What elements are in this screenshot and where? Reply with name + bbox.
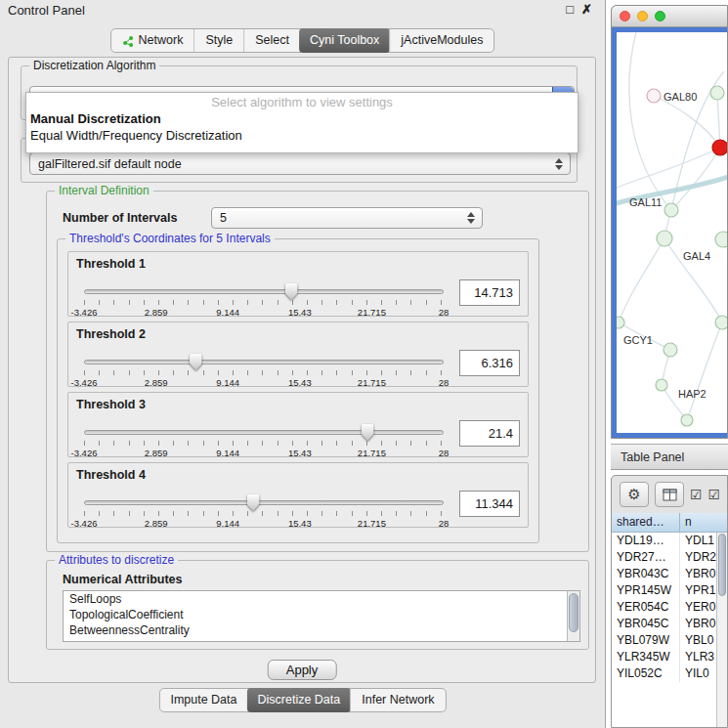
slider-thumb[interactable] <box>247 494 260 511</box>
slider-ticks <box>84 511 444 516</box>
tab-impute-data[interactable]: Impute Data <box>159 689 247 711</box>
tab-label: Select <box>255 29 289 52</box>
algorithm-dropdown-list: Select algorithm to view settings Manual… <box>25 92 578 153</box>
selected-node[interactable] <box>712 140 727 155</box>
scrollbar-thumb[interactable] <box>718 534 726 596</box>
threshold-slider[interactable]: -3.4262.8599.14415.4321.71528 <box>78 281 450 317</box>
gear-icon: ⚙ <box>627 486 640 503</box>
threshold-value-box[interactable]: 11.344 <box>459 491 520 517</box>
tab-network[interactable]: Network <box>111 29 194 52</box>
tab-infer-network[interactable]: Infer Network <box>350 689 445 711</box>
slider-track[interactable] <box>84 289 444 294</box>
chevron-up-icon <box>555 158 563 163</box>
dropdown-option-manual[interactable]: Manual Discretization <box>26 110 578 127</box>
scrollbar-thumb[interactable] <box>569 593 578 632</box>
tab-label: Discretize Data <box>258 688 341 712</box>
slider-track[interactable] <box>84 500 444 505</box>
network-canvas[interactable]: GAL80 GAL11 GAL4 GCY1 HAP2 <box>617 32 727 433</box>
table-panel-title: Table Panel <box>621 450 684 464</box>
tab-cyni-toolbox[interactable]: Cyni Toolbox <box>299 28 390 53</box>
slider-thumb[interactable] <box>285 283 298 300</box>
threshold-label: Threshold 1 <box>76 257 146 271</box>
select-all-icon[interactable]: ☑ <box>690 487 703 502</box>
table-row[interactable]: YLR345WYLR3 <box>612 649 727 665</box>
slider-scale-label: 15.43 <box>288 377 312 388</box>
tab-label: Network <box>139 29 184 52</box>
number-of-intervals-combo[interactable]: 5 <box>211 207 483 229</box>
node[interactable] <box>657 231 672 246</box>
top-tabbar: Network Style Select Cyni Toolbox jActiv… <box>110 28 495 53</box>
zoom-traffic-light-icon[interactable] <box>655 11 665 21</box>
columns-button[interactable] <box>655 482 684 507</box>
slider-scale-label: 15.43 <box>288 307 312 318</box>
threshold-value-box[interactable]: 14.713 <box>459 279 520 306</box>
table-panel-window: ⚙ ☑ ☑ shared… n YDL19…YDL1YDR27…YDR2YBR0… <box>611 475 728 728</box>
attribute-list-item[interactable]: SelfLoops <box>64 591 579 607</box>
threshold-slider[interactable]: -3.4262.8599.14415.4321.71528 <box>78 492 450 528</box>
column-header-shared-name[interactable]: shared… <box>612 513 680 532</box>
close-traffic-light-icon[interactable] <box>620 11 630 21</box>
slider-track[interactable] <box>84 360 444 364</box>
table-row[interactable]: YDR27…YDR2 <box>612 549 727 566</box>
table-scrollbar[interactable] <box>716 533 727 727</box>
threshold-value-box[interactable]: 6.316 <box>459 350 520 376</box>
chevron-up-icon <box>467 212 475 217</box>
table-row[interactable]: YER054CYER0 <box>612 599 727 616</box>
chevron-down-icon <box>467 219 475 224</box>
column-header-name[interactable]: n <box>680 513 727 532</box>
control-panel-titlebar: Control Panel □ ✗ <box>0 0 605 20</box>
close-icon[interactable]: ✗ <box>581 2 592 17</box>
threshold-slider[interactable]: -3.4262.8599.14415.4321.71528 <box>78 422 450 457</box>
table-data-combo[interactable]: galFiltered.sif default node <box>29 152 571 175</box>
node[interactable] <box>715 316 727 329</box>
slider-scale-label: 21.715 <box>358 518 386 529</box>
numerical-attributes-list[interactable]: SelfLoopsTopologicalCoefficientBetweenne… <box>63 590 580 642</box>
tab-style[interactable]: Style <box>193 29 243 52</box>
node-label-gcy1: GCY1 <box>623 334 653 346</box>
node[interactable] <box>664 343 677 357</box>
slider-scale-label: 28 <box>439 377 450 388</box>
table-row[interactable]: YBR045CYBR0 <box>612 616 727 632</box>
minimize-traffic-light-icon[interactable] <box>637 11 648 21</box>
slider-thumb[interactable] <box>362 424 374 441</box>
apply-button[interactable]: Apply <box>268 660 337 680</box>
node[interactable] <box>681 414 693 426</box>
slider-ticks <box>84 300 444 305</box>
settings-gear-button[interactable]: ⚙ <box>620 482 649 507</box>
slider-track[interactable] <box>84 430 444 435</box>
dropdown-option-equal-width[interactable]: Equal Width/Frequency Discretization <box>26 127 578 144</box>
table-row[interactable]: YBR043CYBR0 <box>612 566 727 582</box>
table-cell: YDL19… <box>612 533 680 549</box>
attribute-list-item[interactable]: TopologicalCoefficient <box>64 607 579 622</box>
tab-select[interactable]: Select <box>243 29 300 52</box>
node[interactable] <box>656 379 667 391</box>
node[interactable] <box>617 317 624 328</box>
table-row[interactable]: YIL052CYIL0 <box>612 665 727 682</box>
threshold-value-box[interactable]: 21.4 <box>459 420 520 447</box>
table-cell: YBR045C <box>612 616 680 632</box>
table-row[interactable]: YPR145WYPR1 <box>612 582 727 599</box>
slider-scale-label: 21.715 <box>358 307 386 318</box>
control-panel-window: Control Panel □ ✗ Network Style Select C… <box>0 0 606 728</box>
node[interactable] <box>710 86 724 100</box>
table-cell: YER054C <box>612 599 680 616</box>
tab-jactivemodules[interactable]: jActiveModules <box>389 29 493 52</box>
slider-scale-label: -3.426 <box>71 377 98 388</box>
tab-discretize-data[interactable]: Discretize Data <box>247 688 352 712</box>
slider-thumb[interactable] <box>190 354 202 370</box>
float-window-icon[interactable]: □ <box>566 2 574 17</box>
node[interactable] <box>664 203 678 217</box>
attributes-scrollbar[interactable] <box>567 591 579 641</box>
node-label-gal80: GAL80 <box>664 91 697 103</box>
table-row[interactable]: YBL079WYBL0 <box>612 632 727 649</box>
table-row[interactable]: YDL19…YDL1 <box>612 533 727 549</box>
threshold-slider[interactable]: -3.4262.8599.14415.4321.71528 <box>78 352 450 387</box>
numerical-attributes-label: Numerical Attributes <box>63 573 182 586</box>
threshold-label: Threshold 3 <box>76 398 146 411</box>
attribute-list-item[interactable]: BetweennessCentrality <box>64 622 579 638</box>
table-cell: YDR27… <box>612 549 680 566</box>
node[interactable] <box>647 89 661 103</box>
node[interactable] <box>715 232 727 247</box>
select-none-icon[interactable]: ☑ <box>708 487 721 502</box>
table-header-row: shared… n <box>612 513 727 533</box>
